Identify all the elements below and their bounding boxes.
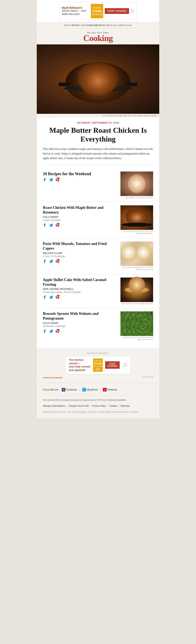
recipe-image <box>120 312 153 336</box>
recipe-image-container: Con Poulos for The New York Times. Food … <box>120 205 153 235</box>
bottom-ad-book: How to Cook Everything Mark Bittman <box>93 358 103 372</box>
ad-book-cover: How to Cook Everything <box>91 4 103 18</box>
recipe-title: 10 Recipes for the Weekend <box>43 172 117 176</box>
utility-bar: View in Browser | Add nysdirect@nytimes.… <box>37 22 159 28</box>
hero-caption: Con Poulos for The New York Times. Food … <box>37 114 159 118</box>
recipe-author: COLU HENRY <box>43 322 117 324</box>
main-headline: Maple Butter Roast Chicken Is Everything <box>43 126 153 144</box>
recipe-info: 10 Recipes for the Weekend <box>43 172 120 182</box>
intro-text: This delicious recipe combines maple and… <box>43 147 153 160</box>
twitter-share-icon[interactable] <box>49 259 54 264</box>
recipe-image <box>120 278 153 302</box>
top-ad-cta-button[interactable]: START COOKING! <box>105 8 129 14</box>
pinterest-share-icon[interactable] <box>55 178 60 182</box>
contact-link[interactable]: Contact <box>109 404 117 407</box>
social-icons <box>43 329 117 334</box>
facebook-follow-link[interactable]: f Facebook <box>62 388 77 392</box>
facebook-icon: f <box>62 388 65 392</box>
facebook-share-icon[interactable] <box>43 295 47 299</box>
bottom-ad-box: The kitchen classic— now fully revised a… <box>65 356 131 374</box>
email-footer: FOLLOW US: f Facebook | t @nytfood | p P… <box>37 383 159 418</box>
recipe-item: Roast Chicken With Maple Butter and Rose… <box>43 202 153 238</box>
pinterest-share-icon[interactable] <box>55 259 60 264</box>
recipe-time: 30 minutes, 4 servings <box>43 325 117 327</box>
recipe-image-caption: Con Poulos for The New York Times. Food … <box>120 230 153 235</box>
hero-image-container: Con Poulos for The New York Times. Food … <box>37 44 159 118</box>
twitter-share-icon[interactable] <box>49 223 54 228</box>
date-line: SATURDAY, SEPTEMBER 14, 2019 <box>43 122 153 124</box>
recipe-item: Apple Skillet Cake With Salted Caramel F… <box>43 274 153 308</box>
recipe-image-container: Julia Gartland for The New York Times <box>120 172 153 198</box>
social-icons <box>43 178 117 182</box>
recipe-image-container: Linda Xiao for The New York Times. Food … <box>120 312 153 341</box>
bottom-ad-logos: NYT HMH <box>123 363 127 367</box>
recipe-info: Roast Chicken With Maple Butter and Rose… <box>43 205 120 228</box>
recipe-title: Roast Chicken With Maple Butter and Rose… <box>43 205 117 215</box>
twitter-share-icon[interactable] <box>49 329 54 334</box>
twitter-share-icon[interactable] <box>49 295 54 299</box>
twitter-icon: t <box>82 388 86 392</box>
recipe-author: MELISSA CLARK <box>43 252 117 254</box>
ad-logos: NYT HMH <box>130 9 134 13</box>
pinterest-follow-link[interactable]: p Pinterest <box>103 388 117 392</box>
utility-address-text: to your address book. <box>111 24 132 26</box>
footer-message: You received this message because you si… <box>43 398 153 402</box>
recipe-image <box>120 172 153 196</box>
ad-tagline: kitchen classic — now better than ever! <box>62 10 89 16</box>
recipe-title: Pasta With Mussels, Tomatoes and Fried C… <box>43 242 117 251</box>
recipe-image-caption: Con Poulos for The New York Times. Food … <box>120 266 153 271</box>
recipe-time: 1 hour, 3 to 4 servings <box>43 255 117 257</box>
recipe-info: Pasta With Mussels, Tomatoes and Fried C… <box>43 242 120 264</box>
ad-bottom-row: Powered by LiveIntent AdChoices ▶ <box>43 375 153 379</box>
footer-divider <box>43 395 153 395</box>
recipe-item: 10 Recipes for the Weekend <box>43 168 153 202</box>
recipe-author: ERIN JEANNE MCDOWELL <box>43 288 117 290</box>
social-icons <box>43 295 117 299</box>
recipe-time: 1 hour, 4 servings <box>43 219 117 221</box>
hero-image <box>37 44 159 114</box>
pinterest-share-icon[interactable] <box>55 329 60 334</box>
newsletter-link[interactable]: newsletter <box>116 399 126 401</box>
pinterest-icon: p <box>103 388 107 392</box>
footer-copyright: Copyright 2019 | The New York Times Comp… <box>43 410 153 414</box>
privacy-policy-link[interactable]: Privacy Policy <box>92 404 106 407</box>
recipe-image-caption: Linda Xiao for The New York Times. Food … <box>120 336 153 341</box>
recipe-author: COLU HENRY <box>43 216 117 218</box>
recipe-image-container: Erin McDowell's caramel apple skillet ca… <box>120 278 153 305</box>
twitter-share-icon[interactable] <box>49 178 54 182</box>
ad-label: ADVERTISEMENT <box>43 352 153 354</box>
top-ad-banner: Mark Bittman's kitchen classic — now bet… <box>37 0 159 22</box>
twitter-follow-link[interactable]: t @nytfood <box>82 388 97 392</box>
manage-subscriptions-link[interactable]: Manage Subscriptions <box>43 404 65 407</box>
facebook-share-icon[interactable] <box>43 329 47 334</box>
social-icons <box>43 259 117 264</box>
facebook-share-icon[interactable] <box>43 259 47 264</box>
bottom-ad-cta-button[interactable]: START COOKING! <box>105 361 120 369</box>
recipe-title: Brussels Sprouts With Walnuts and Pomegr… <box>43 312 117 321</box>
main-content: SATURDAY, SEPTEMBER 14, 2019 Maple Butte… <box>37 118 159 348</box>
ad-choices[interactable]: AdChoices ▶ <box>142 376 153 378</box>
facebook-share-icon[interactable] <box>43 223 47 228</box>
recipe-image <box>120 205 153 230</box>
footer-links: Manage Subscriptions | Change Your E-mai… <box>43 404 153 408</box>
ad-author: Mark Bittman's <box>62 6 89 10</box>
recipe-image-container: Con Poulos for The New York Times. Food … <box>120 242 153 271</box>
recipe-title: Apple Skillet Cake With Salted Caramel F… <box>43 278 117 287</box>
recipe-image-caption: Julia Gartland for The New York Times <box>120 196 153 198</box>
recipe-info: Apple Skillet Cake With Salted Caramel F… <box>43 278 120 300</box>
recipe-item: Brussels Sprouts With Walnuts and Pomegr… <box>43 308 153 344</box>
utility-view-text: View in <box>64 24 71 26</box>
change-email-link[interactable]: Change Your E-mail <box>69 404 89 407</box>
ad-text-left: Mark Bittman's kitchen classic — now bet… <box>62 6 89 16</box>
bottom-ad-text: The kitchen classic— now fully revised a… <box>69 358 91 372</box>
pinterest-share-icon[interactable] <box>55 295 60 299</box>
site-header: The New York Times Cooking <box>37 28 159 44</box>
utility-add-text: | Add <box>80 24 86 26</box>
pinterest-share-icon[interactable] <box>55 223 60 228</box>
utility-email-link[interactable]: nysdirect@nytimes.com <box>86 24 110 26</box>
recipe-image <box>120 242 153 266</box>
advertise-link[interactable]: Advertise <box>120 404 130 407</box>
utility-browser-link[interactable]: Browser <box>72 24 80 26</box>
facebook-share-icon[interactable] <box>43 178 47 182</box>
social-icons <box>43 223 117 228</box>
